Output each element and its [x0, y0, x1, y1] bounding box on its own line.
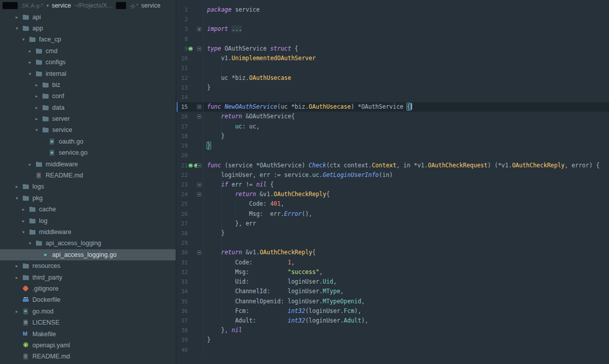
chevron-down-icon[interactable]: ▾ — [16, 196, 22, 201]
chevron-down-icon[interactable]: ▾ — [35, 127, 42, 132]
chevron-right-icon[interactable]: ▸ — [16, 184, 22, 189]
line-number[interactable]: 3 — [179, 24, 188, 34]
line-number[interactable]: 32 — [179, 267, 188, 277]
code-text[interactable]: type OAuthService struct { — [203, 44, 609, 54]
tree-row-api_access_logging[interactable]: ▾api_access_logging — [0, 238, 176, 249]
line-number[interactable]: 35 — [179, 297, 188, 306]
chevron-right-icon[interactable]: ▸ — [35, 94, 42, 99]
code-text[interactable] — [203, 238, 609, 248]
chevron-down-icon[interactable]: ▾ — [22, 37, 29, 42]
fold-collapse-icon[interactable] — [197, 47, 201, 51]
tree-row-Dockerfile[interactable]: Dockerfile — [0, 294, 176, 305]
line-number[interactable]: 40 — [179, 345, 188, 355]
code-text[interactable]: loginUser, err := service.uc.GetLoginUse… — [203, 170, 609, 180]
fold-collapse-icon[interactable] — [197, 192, 201, 197]
tree-row-server[interactable]: ▸server — [0, 113, 176, 124]
line-number[interactable]: 15 — [179, 102, 188, 112]
code-text[interactable]: } — [203, 335, 609, 345]
code-text[interactable]: if err != nil { — [203, 180, 609, 190]
code-text[interactable]: func NewOAuthService(uc *biz.OAuthUsecas… — [203, 102, 609, 112]
tree-row-log[interactable]: ▸log — [0, 215, 176, 226]
line-number[interactable]: 9 — [179, 44, 188, 54]
tree-row-cache[interactable]: ▸cache — [0, 204, 176, 215]
tree-row-logs[interactable]: ▸logs — [0, 181, 176, 192]
code-text[interactable]: Fcm: int32(loginUser.Fcm), — [203, 306, 609, 316]
chevron-right-icon[interactable]: ▸ — [22, 207, 29, 212]
tree-row-middleware[interactable]: ▾middleware — [0, 226, 176, 238]
tree-row-cmd[interactable]: ▸cmd — [0, 46, 176, 57]
line-number[interactable]: 26 — [179, 209, 188, 219]
code-text[interactable]: Code: 401, — [203, 199, 609, 209]
code-text[interactable]: }, err — [203, 219, 609, 229]
fold-expand-icon[interactable] — [197, 27, 201, 31]
line-number[interactable]: 12 — [179, 73, 188, 83]
code-text[interactable] — [203, 34, 609, 44]
chevron-down-icon[interactable]: ▾ — [47, 3, 49, 8]
tree-row-README.md[interactable]: README.md — [0, 351, 176, 362]
code-text[interactable] — [203, 63, 609, 73]
tree-row-api[interactable]: ▸api — [0, 11, 176, 22]
tree-row-api_access_logging.go[interactable]: api_access_logging.go — [0, 249, 176, 260]
tree-row-conf[interactable]: ▸conf — [0, 90, 176, 102]
line-number[interactable]: 21 — [179, 161, 188, 170]
tree-row-oauth.go[interactable]: oauth.go — [0, 136, 176, 147]
code-text[interactable]: return &v1.OAuthCheckReply{ — [203, 248, 609, 257]
chevron-right-icon[interactable]: ▸ — [22, 218, 29, 223]
code-text[interactable]: ChannelId: loginUser.MType, — [203, 287, 609, 296]
line-number[interactable]: 23 — [179, 180, 188, 190]
line-number[interactable]: 24 — [179, 190, 188, 199]
line-number[interactable]: 19 — [179, 141, 188, 151]
chevron-right-icon[interactable]: ▸ — [16, 309, 22, 314]
tree-row-Makefile[interactable]: Makefile — [0, 328, 176, 339]
line-number[interactable]: 13 — [179, 83, 188, 93]
line-number[interactable]: 8 — [179, 34, 188, 44]
tree-row-resources[interactable]: ▸resources — [0, 260, 176, 271]
chevron-right-icon[interactable]: ▸ — [35, 105, 42, 110]
line-number[interactable]: 10 — [179, 54, 188, 63]
line-number[interactable]: 36 — [179, 306, 188, 316]
chevron-right-icon[interactable]: ▸ — [29, 60, 35, 65]
line-number[interactable]: 25 — [179, 199, 188, 209]
chevron-right-icon[interactable]: ▸ — [29, 49, 35, 54]
line-number[interactable]: 27 — [179, 219, 188, 229]
fold-collapse-icon[interactable] — [197, 114, 201, 119]
tree-row-middleware[interactable]: ▸middleware — [0, 158, 176, 169]
code-text[interactable]: Uid: loginUser.Uid, — [203, 277, 609, 287]
line-number[interactable]: 22 — [179, 170, 188, 180]
line-number[interactable]: 29 — [179, 238, 188, 248]
tree-row-pkg[interactable]: ▾pkg — [0, 193, 176, 204]
tree-row-service[interactable]: ▾service — [0, 124, 176, 135]
code-text[interactable]: uc *biz.OAuthUsecase — [203, 73, 609, 83]
tree-row-go.mod[interactable]: ▸go.mod — [0, 306, 176, 317]
code-text[interactable]: } — [203, 141, 609, 151]
code-text[interactable]: uc: uc, — [203, 122, 609, 131]
line-number[interactable]: 33 — [179, 277, 188, 287]
line-number[interactable]: 17 — [179, 122, 188, 131]
code-text[interactable]: package service — [203, 5, 609, 15]
fold-collapse-icon[interactable] — [197, 250, 201, 255]
chevron-down-icon[interactable]: ▾ — [29, 71, 35, 76]
chevron-right-icon[interactable]: ▸ — [29, 162, 35, 167]
code-text[interactable]: Msg: err.Error(), — [203, 209, 609, 219]
code-text[interactable] — [203, 93, 609, 102]
code-text[interactable] — [203, 345, 609, 355]
tree-row-face_cp[interactable]: ▾face_cp — [0, 34, 176, 45]
chevron-down-icon[interactable]: ▾ — [29, 241, 35, 246]
line-number[interactable]: 38 — [179, 326, 188, 335]
tree-row-README.md[interactable]: README.md — [0, 170, 176, 181]
tree-row-data[interactable]: ▸data — [0, 102, 176, 113]
code-text[interactable]: v1.UnimplementedOAuthServer — [203, 54, 609, 63]
tree-row-configs[interactable]: ▸configs — [0, 57, 176, 68]
code-text[interactable]: return &OAuthService{ — [203, 112, 609, 121]
line-number[interactable]: 1 — [179, 5, 188, 15]
project-root-row[interactable]: .5K.A-g-* ▾ service ~/Projects/X… -g-* s… — [0, 0, 176, 11]
line-number[interactable]: 18 — [179, 131, 188, 141]
code-text[interactable]: }, nil — [203, 326, 609, 335]
line-number[interactable]: 39 — [179, 335, 188, 345]
tree-row-openapi.yaml[interactable]: openapi.yaml — [0, 340, 176, 351]
chevron-right-icon[interactable]: ▸ — [16, 263, 22, 268]
fold-collapse-icon[interactable] — [197, 183, 201, 187]
tree-row-biz[interactable]: ▸biz — [0, 79, 176, 90]
line-number[interactable]: 2 — [179, 15, 188, 24]
chevron-right-icon[interactable]: ▸ — [35, 82, 42, 87]
